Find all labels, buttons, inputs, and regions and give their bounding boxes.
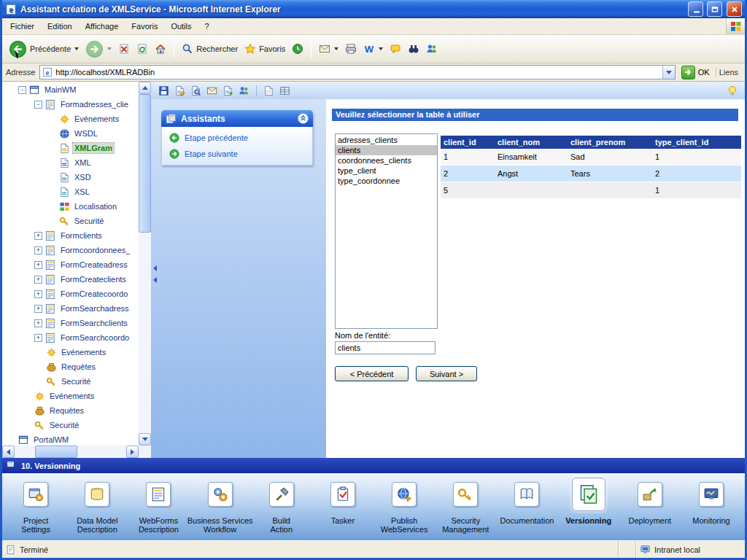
new-doc-button[interactable] <box>262 84 276 98</box>
tree-vertical-scrollbar[interactable] <box>139 82 151 446</box>
module-monitoring[interactable]: Monitoring <box>681 475 742 540</box>
tree-expander-plus[interactable]: + <box>34 305 42 313</box>
tree-expander-plus[interactable]: + <box>34 334 42 342</box>
menu-item-affichage[interactable]: Affichage <box>79 19 125 34</box>
scroll-thumb[interactable] <box>35 446 77 458</box>
tree-horizontal-scrollbar[interactable] <box>2 446 139 458</box>
tree-item-formsearchclients[interactable]: +FormSearchclients <box>2 316 139 330</box>
tree-item-xsl[interactable]: XSL <box>2 184 139 199</box>
tree-item-xml[interactable]: XML <box>2 155 139 170</box>
tree-expander-plus[interactable]: + <box>34 276 42 284</box>
tree-item-securit[interactable]: Securité <box>2 374 139 389</box>
module-versionning[interactable]: Versionning <box>558 475 619 540</box>
discuss-button[interactable] <box>387 42 403 56</box>
table-list-item-coordonnees-clients[interactable]: coordonnees_clients <box>336 155 437 166</box>
scroll-track[interactable] <box>15 446 126 458</box>
module-build-action[interactable]: BuildAction <box>251 475 312 540</box>
tree-expander-plus[interactable]: + <box>34 232 42 240</box>
table-row[interactable]: 1EinsamkeitSad1 <box>441 149 741 166</box>
table-list-item-clients[interactable]: clients <box>336 145 437 155</box>
table-list-item-type-client[interactable]: type_client <box>336 166 437 176</box>
table-listbox[interactable]: adresses_clientsclientscoordonnees_clien… <box>335 133 438 329</box>
table-row[interactable]: 2AngstTears2 <box>441 166 741 182</box>
tree-expander-plus[interactable]: + <box>34 261 42 269</box>
table-list-item-adresses-clients[interactable]: adresses_clients <box>336 135 437 145</box>
go-button[interactable]: OK <box>680 65 711 80</box>
minimize-button[interactable] <box>688 1 703 17</box>
mail-button[interactable] <box>205 84 219 98</box>
tree-expander-plus[interactable]: + <box>34 290 42 298</box>
scroll-right-button[interactable] <box>126 446 139 458</box>
assistant-step-etape-pr-c-dente[interactable]: Etape précédente <box>169 133 305 143</box>
tree-item-formcoordonnees[interactable]: +Formcoordonnees_ <box>2 243 139 257</box>
assistants-header[interactable]: Assistants <box>161 110 313 127</box>
users-button[interactable] <box>237 84 251 98</box>
mail-button[interactable] <box>317 42 341 56</box>
tree-item-formsearchadress[interactable]: +FormSearchadress <box>2 301 139 316</box>
close-button[interactable] <box>727 1 742 17</box>
scroll-left-button[interactable] <box>2 446 15 458</box>
home-button[interactable] <box>152 42 169 56</box>
tree-item-ev-nements[interactable]: Evénements <box>2 389 139 403</box>
tree-item-formcreateclients[interactable]: +FormCreateclients <box>2 272 139 287</box>
tree-expander-minus[interactable]: - <box>18 86 26 94</box>
module-business-services-workflow[interactable]: Business ServicesWorkflow <box>190 475 251 540</box>
history-button[interactable] <box>290 42 306 56</box>
assistant-step-etape-suivante[interactable]: Etape suivante <box>169 149 305 159</box>
maximize-button[interactable] <box>707 1 722 17</box>
tree-item-formsearchcoordo[interactable]: +FormSearchcoordo <box>2 330 139 345</box>
lightbulb-button[interactable] <box>725 84 739 98</box>
tree-item-xmlgram[interactable]: XMLGram <box>2 141 139 155</box>
address-dropdown-button[interactable] <box>662 66 675 79</box>
menu-item-item[interactable]: ? <box>198 19 216 34</box>
scroll-down-button[interactable] <box>139 433 151 446</box>
tree-expander-minus[interactable]: - <box>34 101 42 109</box>
tree-item-formcreateadress[interactable]: +FormCreateadress <box>2 257 139 272</box>
menu-item-outils[interactable]: Outils <box>164 19 198 34</box>
section-bar[interactable]: 10. Versionning <box>2 458 745 473</box>
save-button[interactable] <box>157 84 171 98</box>
scroll-thumb[interactable] <box>139 94 151 233</box>
scroll-track[interactable] <box>139 94 151 433</box>
tree-item-portalwm[interactable]: PortalWM <box>2 432 139 446</box>
favorites-button[interactable]: Favoris <box>242 42 287 56</box>
module-tasker[interactable]: Tasker <box>312 475 374 540</box>
module-project-settings[interactable]: ProjectSettings <box>5 475 66 540</box>
module-webforms-description[interactable]: WebFormsDescription <box>128 475 189 540</box>
menu-item-favoris[interactable]: Favoris <box>125 19 164 34</box>
search-button[interactable]: Rechercher <box>179 42 240 56</box>
tree-expander-plus[interactable]: + <box>34 246 42 254</box>
module-security-management[interactable]: SecurityManagement <box>435 475 496 540</box>
module-publish-webservices[interactable]: PublishWebServices <box>374 475 435 540</box>
tree-item-securit[interactable]: Securité <box>2 418 139 432</box>
links-button[interactable]: Liens <box>716 68 741 77</box>
word-button[interactable]: W <box>361 42 385 56</box>
tree-item-requ-tes[interactable]: Requètes <box>2 359 139 374</box>
module-documentation[interactable]: Documentation <box>496 475 557 540</box>
next-button[interactable]: Suivant > <box>416 366 477 381</box>
menu-item-fichier[interactable]: Fichier <box>4 19 41 34</box>
menu-item-edition[interactable]: Edition <box>41 19 79 34</box>
edit-button[interactable] <box>173 84 187 98</box>
module-data-model-description[interactable]: Data ModelDescription <box>66 475 128 540</box>
table-list-item-type-coordonnee[interactable]: type_coordonnee <box>336 176 437 186</box>
entity-name-input[interactable] <box>335 341 436 354</box>
tree-item-formadresses-clie[interactable]: -Formadresses_clie <box>2 97 139 112</box>
address-input[interactable]: e http://localhost/XMLRADBin <box>39 65 675 79</box>
preview-button[interactable] <box>189 84 203 98</box>
tree-item-formclients[interactable]: +Formclients <box>2 228 139 243</box>
tree-item-xsd[interactable]: XSD <box>2 170 139 184</box>
module-deployment[interactable]: Deployment <box>619 475 681 540</box>
grid-button[interactable] <box>278 84 292 98</box>
tree-item-wsdl[interactable]: WSDL <box>2 126 139 141</box>
splitter-collapse-handle[interactable] <box>152 265 158 283</box>
research-button[interactable] <box>406 42 422 56</box>
back-button[interactable]: Précédente <box>7 39 81 60</box>
tree-item-mainwm[interactable]: -MainWM <box>2 82 139 97</box>
collapse-panel-button[interactable] <box>298 113 309 124</box>
tree-expander-plus[interactable]: + <box>34 319 42 327</box>
messenger-button[interactable] <box>424 42 440 56</box>
tree-item-requ-tes[interactable]: Requètes <box>2 403 139 418</box>
tree-item-ev-nements[interactable]: Evénements <box>2 112 139 126</box>
print-button[interactable] <box>343 42 359 56</box>
